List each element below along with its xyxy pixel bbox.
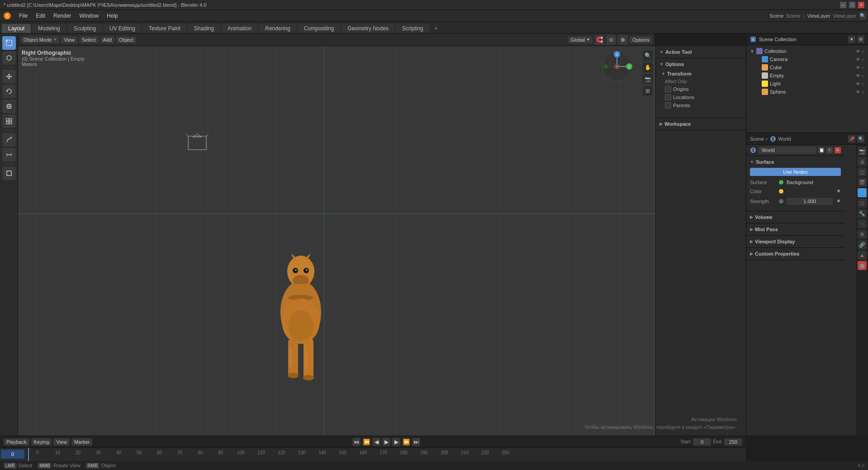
props-tab-modifier[interactable]: 🔧	[858, 209, 867, 218]
outliner-item-light[interactable]: Light 👁 ○	[752, 80, 868, 88]
proportional-edit-toggle[interactable]: ⊙	[606, 35, 616, 45]
options-header[interactable]: ▼ Options	[656, 60, 746, 68]
empty-render-icon[interactable]: ○	[862, 73, 864, 78]
viewport-grid-toggle[interactable]: ⊞	[643, 86, 653, 96]
select-box-tool[interactable]	[2, 36, 16, 50]
add-menu[interactable]: Add	[100, 36, 115, 43]
viewport-display-header[interactable]: ▶ Viewport Display	[746, 237, 844, 246]
props-tab-physics[interactable]: ⚙	[858, 230, 867, 239]
world-copy-button[interactable]: 📋	[818, 147, 825, 153]
camera-render-icon[interactable]: ○	[862, 57, 864, 62]
keying-menu[interactable]: Keying	[31, 438, 52, 446]
timeline-ruler[interactable]: 0 10 20 30 40 50 60 70 80 90 100 110 120…	[0, 448, 746, 461]
select-menu[interactable]: Select	[79, 36, 99, 43]
sphere-eye-icon[interactable]: 👁	[856, 90, 860, 95]
props-tab-scene[interactable]: 🎬	[858, 178, 867, 187]
next-keyframe-button[interactable]: ⏩	[402, 438, 410, 446]
tab-sculpting[interactable]: Sculpting	[67, 24, 102, 33]
jump-start-button[interactable]: ⏮	[352, 438, 360, 446]
collection-hide-icon[interactable]: ○	[862, 49, 864, 54]
active-tool-header[interactable]: ▼ Active Tool	[656, 48, 746, 56]
props-search-button[interactable]: 🔍	[857, 135, 864, 142]
cube-eye-icon[interactable]: 👁	[856, 65, 860, 70]
transform-sub-header[interactable]: ▼ Transform	[661, 70, 740, 77]
outliner-item-cube[interactable]: Cube 👁 ○	[752, 63, 868, 71]
rotate-tool[interactable]	[2, 85, 16, 98]
tab-rendering[interactable]: Rendering	[259, 24, 296, 33]
locations-checkbox[interactable]	[665, 94, 671, 100]
parents-checkbox[interactable]	[665, 102, 671, 109]
color-dot-icon[interactable]	[836, 188, 841, 195]
prev-keyframe-button[interactable]: ⏪	[362, 438, 370, 446]
object-mode-selector[interactable]: Object Mode ▼	[21, 36, 59, 43]
props-tab-world[interactable]: 🌐	[858, 188, 867, 197]
scene-breadcrumb-item[interactable]: Scene	[750, 136, 764, 142]
sphere-render-icon[interactable]: ○	[862, 90, 864, 95]
tab-geometry-nodes[interactable]: Geometry Nodes	[341, 24, 395, 33]
props-pin-button[interactable]: 📌	[848, 135, 855, 142]
transform-tool[interactable]	[2, 114, 16, 128]
close-button[interactable]: ✕	[858, 2, 864, 8]
view-menu-tl[interactable]: View	[53, 438, 70, 446]
maximize-button[interactable]: □	[849, 2, 855, 8]
object-menu[interactable]: Object	[116, 36, 136, 43]
menu-window[interactable]: Window	[76, 12, 102, 20]
volume-header[interactable]: ▶ Volume	[746, 213, 844, 221]
collection-eye-icon[interactable]: 👁	[856, 49, 860, 54]
props-tab-object[interactable]: ⬡	[858, 199, 867, 208]
origins-checkbox[interactable]	[665, 86, 671, 92]
navigation-gizmo[interactable]: Y Z	[601, 51, 633, 82]
props-tab-render[interactable]: 📷	[858, 147, 867, 156]
props-tab-data[interactable]: ▲	[858, 251, 867, 260]
tab-scripting[interactable]: Scripting	[396, 24, 430, 33]
strength-value[interactable]: 1.000	[787, 198, 833, 205]
surface-header[interactable]: ▼ Surface	[746, 158, 844, 166]
options-button[interactable]: Options	[630, 36, 652, 43]
viewport-overlays-button[interactable]: ⊕	[618, 35, 628, 45]
workspace-header[interactable]: ▶ Workspace	[656, 120, 746, 128]
prev-frame-button[interactable]: ◀	[372, 438, 380, 446]
collection-expand[interactable]: ▼	[750, 49, 754, 54]
annotate-tool[interactable]	[2, 133, 16, 147]
color-swatch[interactable]	[779, 189, 783, 194]
snap-toggle[interactable]: 🧲	[594, 35, 604, 45]
outliner-item-collection[interactable]: ▼ Collection 👁 ○	[746, 47, 868, 55]
viewport-camera-view[interactable]: 📷	[643, 74, 653, 84]
tab-compositing[interactable]: Compositing	[298, 24, 341, 33]
props-tab-constraints[interactable]: 🔗	[858, 240, 867, 249]
viewport[interactable]: Right Orthographic (0) Scene Collection …	[18, 46, 655, 436]
empty-eye-icon[interactable]: 👁	[856, 73, 860, 78]
outliner-filter-button[interactable]: ▼	[848, 36, 855, 43]
outliner-item-empty[interactable]: Empty 👁 ○	[752, 71, 868, 80]
outliner-item-camera[interactable]: Camera 👁 ○	[752, 55, 868, 63]
tab-animation[interactable]: Animation	[221, 24, 258, 33]
play-button[interactable]: ▶	[382, 438, 390, 446]
scale-tool[interactable]	[2, 100, 16, 113]
world-delete-button[interactable]: ✕	[835, 147, 841, 153]
props-tab-particles[interactable]: ⁘	[858, 219, 867, 228]
props-tab-output[interactable]: 🖨	[858, 157, 867, 166]
mist-pass-header[interactable]: ▶ Mist Pass	[746, 225, 844, 233]
transform-orientation[interactable]: Global ▼	[568, 36, 593, 43]
start-frame-input[interactable]: 0	[693, 438, 711, 446]
marker-menu[interactable]: Marker	[71, 438, 92, 446]
current-frame-box[interactable]: 0	[1, 450, 24, 459]
menu-edit[interactable]: Edit	[32, 12, 49, 20]
outliner-item-sphere[interactable]: Sphere 👁 ○	[752, 88, 868, 96]
world-breadcrumb-item[interactable]: World	[778, 136, 791, 142]
blender-logo[interactable]: B	[2, 11, 13, 20]
view-menu[interactable]: View	[61, 36, 77, 43]
viewport-hand-tool[interactable]: ✋	[643, 62, 653, 72]
tab-shading[interactable]: Shading	[188, 24, 220, 33]
props-tab-material[interactable]: ⬤	[858, 261, 867, 270]
window-controls[interactable]: ─ □ ✕	[840, 2, 864, 8]
outliner-settings-button[interactable]: ⚙	[857, 36, 864, 43]
add-workspace-button[interactable]: +	[431, 23, 441, 33]
menu-file[interactable]: File	[15, 12, 31, 20]
light-eye-icon[interactable]: 👁	[856, 81, 860, 86]
world-new-button[interactable]: +	[826, 147, 833, 153]
menu-help[interactable]: Help	[103, 12, 122, 20]
use-nodes-button[interactable]: Use Nodes	[750, 168, 841, 176]
playback-menu[interactable]: Playback	[4, 438, 29, 446]
end-frame-input[interactable]: 250	[724, 438, 742, 446]
